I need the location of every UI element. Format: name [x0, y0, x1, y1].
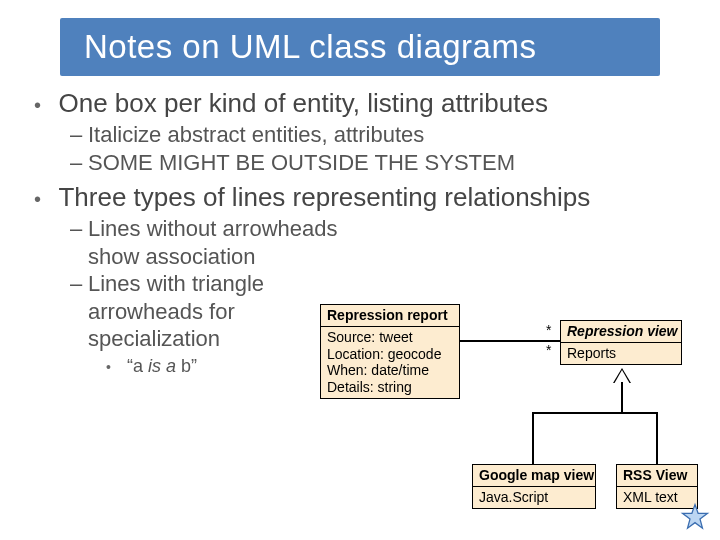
uml-association-line	[460, 340, 560, 342]
bullet-text: Italicize abstract entities, attributes	[88, 122, 424, 147]
uml-class-repression-view: Repression view Reports	[560, 320, 682, 365]
uml-attr: Source: tweet	[327, 329, 453, 346]
uml-class-name: RSS View	[617, 465, 697, 487]
uml-multiplicity: *	[546, 342, 551, 358]
list-item: SOME MIGHT BE OUTSIDE THE SYSTEM	[70, 149, 692, 177]
uml-class-name: Repression report	[321, 305, 459, 327]
uml-diagram: * * Repression report Source: tweet Loca…	[320, 304, 710, 524]
list-item: One box per kind of entity, listing attr…	[34, 88, 692, 176]
title-box: Notes on UML class diagrams	[60, 18, 660, 76]
uml-class-name: Google map view	[473, 465, 595, 487]
bullet-text: Three types of lines representing relati…	[58, 182, 590, 212]
uml-generalization-line	[656, 412, 658, 464]
uml-attr: Details: string	[327, 379, 453, 396]
bullet-text: Lines without arrowheads show associatio…	[88, 215, 368, 270]
uml-generalization-line	[532, 412, 658, 414]
bullet-text: One box per kind of entity, listing attr…	[58, 88, 547, 118]
uml-attr: Location: geocode	[327, 346, 453, 363]
uml-class-attrs: Reports	[561, 343, 681, 364]
list-item: Lines without arrowheads show associatio…	[70, 215, 692, 270]
uml-attr: Java.Script	[479, 489, 589, 506]
star-icon	[680, 502, 710, 532]
svg-marker-0	[683, 505, 708, 529]
uml-attr: Reports	[567, 345, 675, 362]
uml-multiplicity: *	[546, 322, 551, 338]
uml-class-repression-report: Repression report Source: tweet Location…	[320, 304, 460, 399]
uml-class-attrs: Java.Script	[473, 487, 595, 508]
bullet-text: SOME MIGHT BE OUTSIDE THE SYSTEM	[88, 150, 515, 175]
uml-attr: When: date/time	[327, 362, 453, 379]
page-title: Notes on UML class diagrams	[84, 28, 636, 66]
bullet-text: “a is a b”	[127, 356, 197, 376]
uml-class-attrs: Source: tweet Location: geocode When: da…	[321, 327, 459, 398]
uml-generalization-line	[532, 412, 534, 464]
uml-class-name: Repression view	[561, 321, 681, 343]
uml-class-google-map-view: Google map view Java.Script	[472, 464, 596, 509]
list-item: Italicize abstract entities, attributes	[70, 121, 692, 149]
uml-generalization-line	[621, 382, 623, 412]
